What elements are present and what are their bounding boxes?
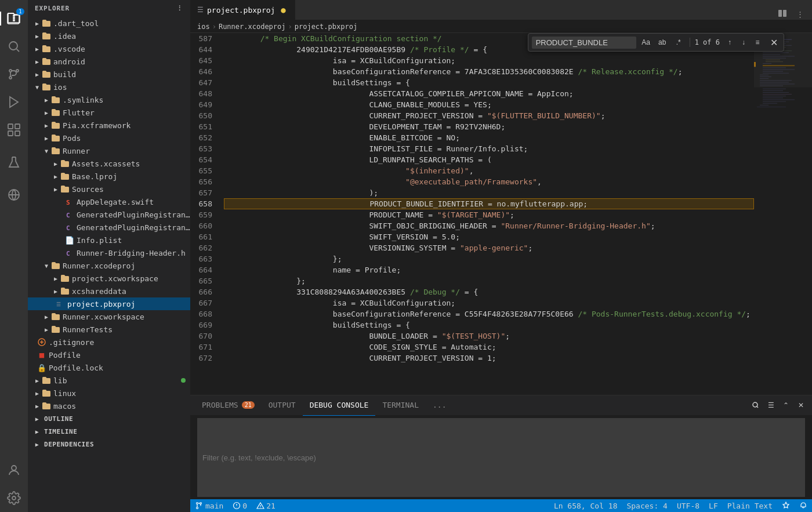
tree-item-appdelegate[interactable]: S AppDelegate.swift [28,195,190,208]
status-feedback[interactable] [777,499,795,512]
more-tab-actions-icon[interactable]: ⋮ [793,10,807,19]
tree-item-assets[interactable]: ▶ Assets.xcassets [28,157,190,170]
status-bell[interactable] [795,499,812,512]
ellipsis-icon[interactable]: ⋮ [176,5,183,12]
match-word-button[interactable]: ab [656,36,669,49]
remote-activity-icon[interactable] [0,181,28,209]
tree-item-android[interactable]: ▶ android [28,55,190,68]
arrow-icon: ▶ [32,19,42,28]
tree-item-sources[interactable]: ▶ Sources [28,183,190,195]
use-regex-button[interactable]: .* [672,36,685,49]
line-num-653: 653 [190,143,212,154]
tree-item-symlinks[interactable]: ▶ .symlinks [28,93,190,106]
tree-item-info-plist[interactable]: 📄 Info.plist [28,234,190,246]
tree-item-xcshareddata[interactable]: ▶ xcshareddata [28,285,190,297]
tree-item-linux[interactable]: ▶ linux [28,387,190,400]
panel-search-button[interactable] [749,399,762,412]
tree-item-pods[interactable]: ▶ Pods [28,132,190,144]
tree-item-base-lproj[interactable]: ▶ Base.lproj [28,170,190,183]
match-case-button[interactable]: Aa [640,36,652,49]
spaces-label: Spaces: 4 [626,502,667,510]
svg-rect-46 [763,89,786,89]
tree-item-podfile[interactable]: ■ Podfile [28,348,190,361]
search-activity-icon[interactable] [0,32,28,60]
line-num-662: 662 [190,242,212,253]
timeline-section[interactable]: ▶ TIMELINE [28,425,190,438]
tab-problems[interactable]: PROBLEMS 21 [195,395,262,416]
tree-item-lib[interactable]: ▶ lib [28,374,190,387]
code-content[interactable]: /* Begin XCBuildConfiguration section */… [219,33,754,395]
tree-item-flutter[interactable]: ▶ Flutter [28,106,190,119]
svg-rect-19 [754,33,812,395]
tree-item-runner[interactable]: ▼ Runner [28,144,190,157]
status-git-branch[interactable]: main [190,499,228,512]
find-toggle-replace-button[interactable]: ≡ [751,36,764,49]
status-warnings[interactable]: 21 [252,499,280,512]
tab-close-button[interactable]: ● [278,5,288,14]
arrow-icon: ▶ [42,312,51,321]
panel-max-button[interactable]: ⌃ [780,399,792,412]
svg-point-3 [9,77,12,79]
tree-item-pia[interactable]: ▶ Pia.xcframework [28,119,190,132]
source-control-activity-icon[interactable] [0,60,28,88]
find-close-button[interactable]: ✕ [767,36,780,49]
arrow-open-icon: ▼ [42,261,51,270]
settings-activity-icon[interactable] [0,484,28,512]
extensions-activity-icon[interactable] [0,116,28,144]
tree-item-bridging-header[interactable]: C Runner-Bridging-Header.h [28,246,190,259]
tree-item-xcodeproj[interactable]: ▼ Runner.xcodeproj [28,259,190,272]
status-language[interactable]: Plain Text [723,499,777,512]
status-line-col[interactable]: Ln 658, Col 18 [549,499,622,512]
folder-icon [51,261,60,270]
tree-item-project-pbxproj[interactable]: ☰ project.pbxproj [28,297,190,310]
tab-output[interactable]: OUTPUT [262,395,303,416]
tree-label: Runner [63,147,190,155]
tab-terminal[interactable]: TERMINAL [375,395,426,416]
tree-item-gitignore[interactable]: .gitignore [28,336,190,348]
breadcrumb-ios[interactable]: ios [197,23,210,31]
find-next-button[interactable]: ↓ [737,36,750,49]
find-input[interactable] [532,37,636,49]
split-editor-icon[interactable] [774,9,791,20]
flask-activity-icon[interactable] [0,148,28,176]
git-branch-label: main [205,502,223,510]
tree-item-macos[interactable]: ▶ macos [28,400,190,412]
tree-item-runnertests[interactable]: ▶ RunnerTests [28,323,190,336]
account-activity-icon[interactable] [0,456,28,484]
tree-item-generated-h[interactable]: C GeneratedPluginRegistrant.h [28,208,190,221]
breadcrumb-pbxproj[interactable]: project.pbxproj [295,23,357,31]
panel-list-button[interactable]: ☰ [764,399,777,412]
arrow-icon: ▶ [32,401,42,411]
tree-item-dart_tool[interactable]: ▶ .dart_tool [28,17,190,30]
status-errors[interactable]: 0 [228,499,252,512]
code-line-667: isa = XCBuildConfiguration; [224,297,754,308]
filter-input[interactable] [197,418,805,497]
status-encoding[interactable]: UTF-8 [672,499,704,512]
status-spaces[interactable]: Spaces: 4 [622,499,672,512]
files-activity-icon[interactable]: 1 [0,5,28,32]
outline-section[interactable]: ▶ OUTLINE [28,412,190,425]
status-eol[interactable]: LF [704,499,723,512]
dependencies-section[interactable]: ▶ DEPENDENCIES [28,438,190,451]
spacer [60,197,65,206]
panel-tabs-right: ☰ ⌃ ✕ [749,399,807,412]
tree-item-xcworkspace[interactable]: ▶ project.xcworkspace [28,272,190,285]
svg-rect-48 [763,92,789,93]
tree-item-generated-m[interactable]: C GeneratedPluginRegistrant.m [28,221,190,234]
tab-more[interactable]: ... [426,395,453,416]
run-activity-icon[interactable] [0,88,28,116]
breadcrumb-xcodeproj[interactable]: Runner.xcodeproj [219,23,286,31]
tree-label: AppDelegate.swift [77,198,190,206]
find-prev-button[interactable]: ↑ [723,36,736,49]
tree-item-runner-xcworkspace[interactable]: ▶ Runner.xcworkspace [28,310,190,323]
tree-item-vscode[interactable]: ▶ .vscode [28,42,190,55]
tab-debug-console[interactable]: DEBUG CONSOLE [303,395,376,416]
tree-item-idea[interactable]: ▶ .idea [28,30,190,42]
tree-item-ios[interactable]: ▼ ios [28,81,190,93]
tab-project-pbxproj[interactable]: ☰ project.pbxproj ● [190,0,295,20]
tree-item-podfile-lock[interactable]: 🔒 Podfile.lock [28,361,190,374]
minimap-canvas [754,33,812,395]
panel-close-button[interactable]: ✕ [795,399,807,412]
svg-text:C: C [66,224,70,232]
tree-item-build[interactable]: ▶ build [28,68,190,81]
